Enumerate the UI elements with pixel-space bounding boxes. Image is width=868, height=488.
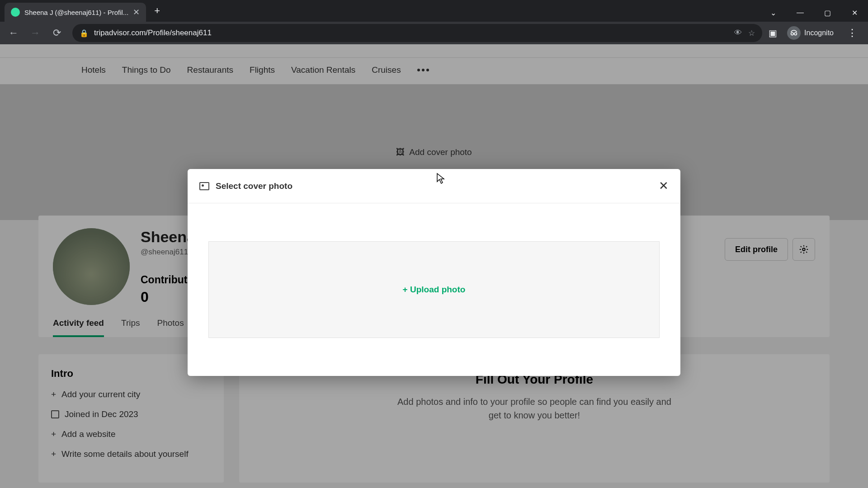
tab-title: Sheena J (@sheenaj611) - Profil...	[24, 9, 128, 16]
new-tab-button[interactable]: +	[146, 5, 168, 17]
back-button[interactable]: ←	[5, 24, 23, 42]
svg-point-1	[794, 33, 797, 35]
upload-photo-label: + Upload photo	[403, 285, 466, 295]
select-cover-modal: Select cover photo ✕ + Upload photo	[188, 169, 680, 376]
image-icon	[199, 182, 209, 190]
extensions-icon[interactable]: ▣	[769, 28, 777, 38]
chevron-down-icon[interactable]: ⌄	[760, 4, 787, 22]
browser-toolbar: ← → ⟳ 🔒 tripadvisor.com/Profile/sheenaj6…	[0, 22, 868, 44]
browser-tab[interactable]: Sheena J (@sheenaj611) - Profil... ✕	[5, 3, 146, 22]
incognito-chip[interactable]: Incognito	[783, 24, 838, 42]
url-text: tripadvisor.com/Profile/sheenaj611	[94, 28, 212, 38]
modal-header: Select cover photo ✕	[188, 169, 680, 203]
browser-titlebar: Sheena J (@sheenaj611) - Profil... ✕ + ⌄…	[0, 0, 868, 22]
close-icon[interactable]: ✕	[659, 179, 669, 193]
window-controls: ⌄ — ▢ ✕	[760, 4, 868, 22]
minimize-icon[interactable]: —	[787, 4, 814, 22]
tab-close-icon[interactable]: ✕	[133, 7, 140, 17]
viewport: Hotels Things to Do Restaurants Flights …	[0, 44, 868, 488]
reload-button[interactable]: ⟳	[48, 24, 66, 42]
address-bar[interactable]: 🔒 tripadvisor.com/Profile/sheenaj611 👁 ☆	[72, 24, 762, 42]
upload-photo-button[interactable]: + Upload photo	[208, 241, 660, 338]
bookmark-icon[interactable]: ☆	[748, 28, 755, 38]
modal-title: Select cover photo	[216, 181, 292, 191]
forward-button[interactable]: →	[26, 24, 44, 42]
browser-menu-icon[interactable]: ⋮	[844, 27, 861, 39]
favicon	[11, 8, 20, 17]
eye-off-icon[interactable]: 👁	[734, 28, 742, 38]
modal-body: + Upload photo	[188, 203, 680, 376]
lock-icon: 🔒	[80, 29, 89, 38]
maximize-icon[interactable]: ▢	[814, 4, 841, 22]
incognito-label: Incognito	[804, 29, 834, 37]
incognito-icon	[787, 26, 801, 40]
close-window-icon[interactable]: ✕	[841, 4, 868, 22]
svg-point-0	[791, 33, 794, 35]
